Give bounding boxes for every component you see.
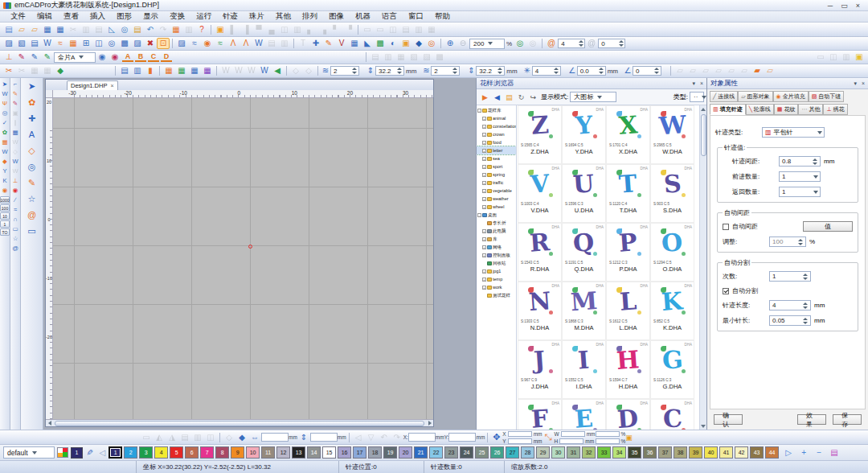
color-swatch[interactable]: 38 [674,446,687,459]
toolbar-icon[interactable]: ↶ [144,24,157,35]
tree-expander[interactable]: + [482,173,486,177]
toolbar-icon[interactable]: ▭ [374,24,387,35]
pattern-thumb[interactable]: DHA F [518,399,562,430]
sequin-letter-button[interactable]: C [148,52,159,62]
menu-item[interactable]: 插入 [84,11,111,22]
side-tool-icon[interactable]: ✿ [23,96,41,109]
param-field[interactable]: 32.2 [476,66,505,76]
palette-action-icon[interactable]: + [797,447,810,459]
color-swatch[interactable]: 13 [292,446,305,459]
side-tool-icon[interactable]: ➤ [23,80,41,93]
properties-tab[interactable]: ▥ 填充针迹 [710,104,746,115]
side-tool-icon[interactable]: ▭ [23,224,41,238]
confirm-button[interactable]: 确认 [714,414,743,425]
stitch-tool-icon[interactable]: ◉ [201,38,214,49]
toolbar-icon[interactable]: ▦ [395,51,407,63]
color-swatch[interactable]: 26 [490,446,504,459]
side-tool-icon[interactable]: ✿ [0,128,10,138]
view-tool-icon[interactable]: ▮ [144,65,157,76]
tree-item[interactable]: + vegetable [477,187,516,195]
stitch-tool-icon[interactable]: ▤ [28,38,41,49]
toolbar-icon[interactable]: ▝ [342,24,355,35]
side-tool-icon[interactable]: ◉ [0,186,10,195]
side-tool-icon[interactable]: W [0,147,10,157]
color-swatch[interactable]: 27 [506,446,519,459]
view-tool-icon[interactable]: ▤ [118,65,131,76]
sequin-letter-button[interactable]: B [135,52,146,62]
arrange-tool-icon[interactable]: ◭ [153,432,166,443]
palette-preset-select[interactable]: default [3,446,55,459]
toolbar-icon[interactable]: ✂ [67,24,80,35]
stitch-spacing-field[interactable]: 0.8 [779,156,821,167]
color-swatch[interactable]: 41 [719,446,733,459]
offset-x-input[interactable] [508,431,532,437]
arrange-tool-icon[interactable]: ▭ [140,432,153,443]
toolbar-icon[interactable]: ▱ [15,24,28,35]
back-arrow-icon[interactable]: ◁ [99,448,105,457]
properties-tab[interactable]: ▱ 图形对象 [738,91,772,102]
panel-close-icon[interactable]: × [700,80,703,86]
pattern-thumb[interactable]: DHA D [606,399,650,430]
canvas-hscrollbar[interactable] [46,419,433,426]
view-tool-icon[interactable]: ▥ [131,65,144,76]
tree-item[interactable]: + traffic [477,179,516,187]
connector-tool-icon[interactable]: ▱ [674,65,686,76]
menu-item[interactable]: 窗口 [403,11,429,22]
simulate-tool-icon[interactable]: W [232,65,245,76]
tree-expander[interactable]: + [482,197,486,201]
tree-item[interactable]: 李长圻 [477,219,516,227]
side-tool-icon[interactable]: ∕ [10,195,20,205]
arrange-tool-icon[interactable]: ▤ [178,432,191,443]
arrange-tool-icon[interactable]: ◮ [166,432,178,443]
split-count-field[interactable]: 1 [769,271,811,282]
toolbar-icon[interactable]: ▌ [227,24,240,35]
side-tool-icon[interactable]: K [0,176,10,186]
param-field[interactable]: 0.0 [577,66,606,76]
menu-item[interactable]: 图形 [111,11,137,22]
stitch-tool-icon[interactable]: ≈ [214,38,227,49]
tree-item[interactable]: + work [477,283,516,291]
toolbar-icon[interactable]: ▦ [54,24,67,35]
effect-button[interactable]: 效果 [797,414,826,425]
pattern-thumb[interactable]: DHA W S:2965 C:5 W.DHA [650,105,694,164]
properties-tab[interactable]: ╱ 连接线 [710,91,738,102]
size-w-input[interactable] [561,431,585,437]
color-swatch[interactable]: 44 [765,446,779,459]
sequin-tool-icon[interactable]: ✎ [28,51,41,63]
browser-tool-icon[interactable]: ▶ [479,91,491,103]
document-tab[interactable]: Design1.DHP × [67,80,118,90]
simulate-tool-icon[interactable]: ◀ [271,65,284,76]
menu-item[interactable]: 其他 [270,11,297,22]
tree-item[interactable]: + 库 [477,235,516,243]
toolbar-icon[interactable]: ◇ [302,65,315,76]
browser-tool-icon[interactable]: ↻ [515,91,527,103]
color-swatch[interactable]: 35 [628,446,641,459]
toolbar-icon[interactable]: ◫ [278,24,291,35]
tree-item[interactable]: - 桌面 [477,211,516,219]
side-tool-icon[interactable]: ◇ [23,144,41,158]
browser-tool-icon[interactable]: ◀ [491,91,503,103]
toolbar-icon[interactable]: ▄ [265,24,278,35]
color-swatch[interactable]: 33 [597,446,611,459]
menu-item[interactable]: 语言 [376,11,403,22]
simulate-tool-icon[interactable]: W [245,65,258,76]
menu-item[interactable]: 显示 [137,11,164,22]
pattern-thumb[interactable]: DHA X S:1701 C:4 X.DHA [606,105,650,164]
auto-spacing-checkbox[interactable] [723,224,729,230]
color-swatch[interactable]: 7 [200,446,214,459]
tree-expander[interactable]: + [482,189,486,193]
zoom-preset-button[interactable]: 10 [0,212,10,220]
toolbar-icon[interactable]: ▦ [425,24,438,35]
pattern-thumb[interactable]: DHA M S:1868 C:3 M.DHA [562,282,606,340]
arrange-tool-icon[interactable]: ◆ [235,432,248,443]
sequin-tool-icon[interactable]: ⊥ [2,51,15,63]
color-swatch[interactable]: 29 [536,446,550,459]
pattern-thumb[interactable]: DHA P S:1212 C:3 P.DHA [606,223,650,282]
resize-icon[interactable]: ⤡ [542,431,555,443]
pattern-thumb[interactable]: DHA U S:1596 C:3 U.DHA [562,164,606,223]
toolbar-icon[interactable]: ▭ [361,24,374,35]
pattern-thumb[interactable]: DHA N S:1303 C:5 N.DHA [518,282,562,340]
color-swatch[interactable]: 17 [353,446,366,459]
color-swatch[interactable]: 25 [475,446,489,459]
tree-item[interactable]: + 网络 [477,243,516,251]
